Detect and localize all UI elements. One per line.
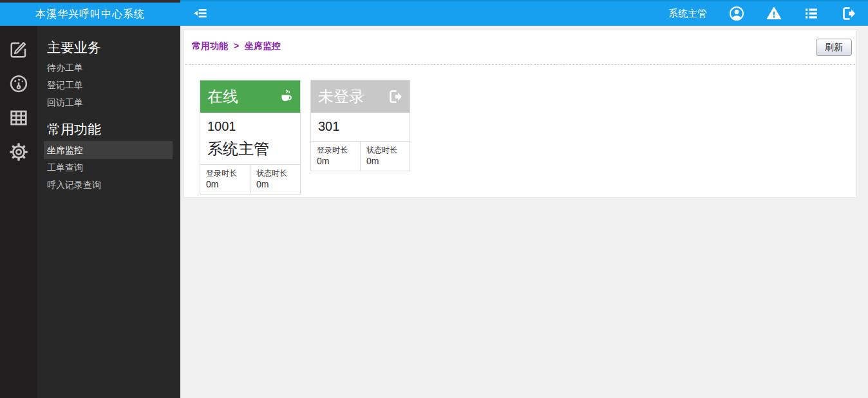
topbar: 本溪华兴呼叫中心系统 系统主管 [0,0,868,26]
state-duration-cell: 状态时长 0m [250,165,300,194]
gear-icon[interactable] [9,142,28,162]
agent-name: 系统主管 [207,136,293,162]
agent-card-online-header: 在线 [200,81,300,113]
table-icon[interactable] [9,108,28,128]
logout-icon[interactable] [841,6,856,21]
sidebar-menu: 主要业务 待办工单 登记工单 回访工单 常用功能 坐席监控 工单查询 呼入记录查… [37,26,180,398]
breadcrumb: 常用功能 > 坐席监控 [192,39,281,52]
login-duration-value: 0m [206,178,250,190]
menu-section-common-functions: 常用功能 [37,120,180,138]
breadcrumb-current[interactable]: 坐席监控 [245,41,281,51]
topbar-username: 系统主管 [668,8,707,20]
menu-section-main-business: 主要业务 [37,39,180,57]
sidebar-item-followup-workorders[interactable]: 回访工单 [37,94,180,111]
app-logo: 本溪华兴呼叫中心系统 [0,0,180,26]
state-duration-label: 状态时长 [366,145,410,155]
icon-rail [0,26,37,398]
sidebar-item-pending-workorders[interactable]: 待办工单 [37,59,180,77]
state-duration-cell: 状态时长 0m [361,142,410,171]
state-duration-value: 0m [366,155,410,167]
sidebar-item-inbound-call-log-query[interactable]: 呼入记录查询 [37,176,180,194]
edit-icon[interactable] [9,40,28,59]
breadcrumb-separator: > [234,41,239,51]
state-duration-value: 0m [256,178,300,190]
agent-card-online[interactable]: 在线 1001 系统主管 [200,80,301,194]
agent-card-offline-header: 未登录 [311,81,410,113]
topbar-right: 系统主管 [668,6,868,21]
login-duration-cell: 登录时长 0m [311,142,361,171]
agent-id: 1001 [207,117,293,136]
login-duration-label: 登录时长 [206,168,250,178]
agent-cards: 在线 1001 系统主管 [184,65,856,194]
agent-status-label: 未登录 [318,86,364,107]
main-content: 常用功能 > 坐席监控 刷新 在线 [180,26,868,398]
gauge-icon[interactable] [9,74,28,93]
agent-card-stats: 登录时长 0m 状态时长 0m [311,141,410,171]
list-icon[interactable] [804,6,819,21]
sidebar-item-agent-monitor[interactable]: 坐席监控 [44,141,173,159]
state-duration-label: 状态时长 [256,168,300,178]
coffee-cup-icon [278,89,294,104]
warning-icon[interactable] [766,6,782,21]
login-duration-cell: 登录时长 0m [200,165,250,194]
agent-card-stats: 登录时长 0m 状态时长 0m [200,164,300,194]
refresh-button[interactable]: 刷新 [816,39,852,56]
app-title: 本溪华兴呼叫中心系统 [35,8,145,21]
collapse-sidebar-icon[interactable] [193,6,207,21]
login-duration-label: 登录时长 [317,145,360,155]
agent-id: 301 [318,117,402,136]
agent-card-offline[interactable]: 未登录 301 登录时长 [310,80,410,171]
content-panel: 常用功能 > 坐席监控 刷新 在线 [184,30,857,198]
user-icon[interactable] [729,6,744,21]
agent-status-label: 在线 [207,86,238,107]
login-duration-value: 0m [317,155,360,167]
sidebar-item-register-workorders[interactable]: 登记工单 [37,77,180,94]
topbar-main: 系统主管 [180,0,868,26]
logout-icon [388,89,403,104]
sidebar-item-workorder-query[interactable]: 工单查询 [37,159,180,176]
breadcrumb-parent[interactable]: 常用功能 [192,41,228,51]
